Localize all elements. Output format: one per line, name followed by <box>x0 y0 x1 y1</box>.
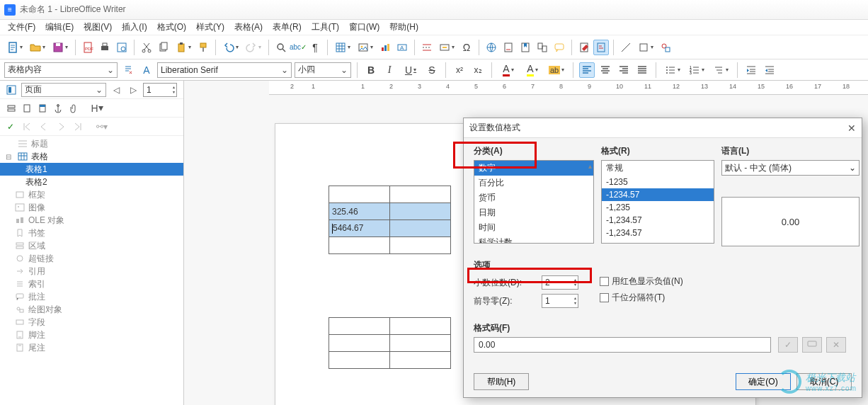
help-button[interactable]: 帮助(H) <box>474 373 529 390</box>
category-item-currency[interactable]: 货币 <box>474 190 593 205</box>
heading-levels-button[interactable]: H▾ <box>88 101 106 115</box>
tree-fields[interactable]: 字段 <box>0 316 183 329</box>
negative-red-checkbox[interactable]: 用红色显示负值(N) <box>600 275 683 287</box>
menu-file[interactable]: 文件(F) <box>3 20 40 35</box>
tree-endnotes[interactable]: 尾注 <box>0 341 183 354</box>
superscript-button[interactable]: x² <box>452 62 467 78</box>
anchor-icon[interactable] <box>51 101 65 115</box>
redo-button[interactable] <box>243 40 264 55</box>
document-table[interactable]: 325.46 5464.67 <box>329 186 451 369</box>
nav-next-icon[interactable]: ▷ <box>126 83 140 97</box>
format-item-1[interactable]: -1235 <box>602 176 714 188</box>
number-list-button[interactable]: 123 <box>686 62 707 78</box>
menu-format[interactable]: 格式(O) <box>152 20 191 35</box>
undo-button[interactable] <box>220 40 241 55</box>
insert-textbox-button[interactable]: A <box>394 40 410 55</box>
print-button[interactable] <box>97 40 113 55</box>
save-button[interactable] <box>50 40 71 55</box>
insert-table-button[interactable] <box>332 40 353 55</box>
align-right-button[interactable] <box>616 62 632 78</box>
align-center-button[interactable] <box>598 62 613 78</box>
tree-comments[interactable]: 批注 <box>0 290 183 303</box>
spellcheck-button[interactable]: abc✓ <box>290 40 306 55</box>
tree-drawings[interactable]: 绘图对象 <box>0 303 183 316</box>
format-delete-button[interactable]: ✕ <box>826 337 846 353</box>
tree-sections[interactable]: 区域 <box>0 239 183 252</box>
format-item-2[interactable]: -1234.57 <box>602 188 714 201</box>
header-icon[interactable] <box>35 101 50 115</box>
decrease-indent-button[interactable] <box>762 62 777 78</box>
underline-button[interactable]: U <box>400 62 421 78</box>
tree-indexes[interactable]: 索引 <box>0 278 183 290</box>
scroll-up-icon[interactable]: ▴ <box>588 162 592 170</box>
tree-ole[interactable]: OLE 对象 <box>0 214 183 227</box>
nav-toggle-icon[interactable] <box>4 83 18 97</box>
tree-frames[interactable]: 框架 <box>0 188 183 201</box>
insert-comment-button[interactable] <box>552 40 567 55</box>
category-item-date[interactable]: 日期 <box>474 205 593 220</box>
insert-chart-button[interactable] <box>377 40 393 55</box>
paragraph-style-combo[interactable]: 表格内容 <box>4 62 118 78</box>
update-style-button[interactable] <box>120 62 136 78</box>
format-item-4[interactable]: -1,234.57 <box>602 214 714 227</box>
dialog-close-button[interactable]: ✕ <box>847 122 856 134</box>
tree-tables[interactable]: ⊟表格 <box>0 150 183 163</box>
insert-hyperlink-button[interactable] <box>484 40 499 55</box>
format-item-3[interactable]: -1,235 <box>602 201 714 214</box>
insert-footnote-button[interactable] <box>501 40 516 55</box>
content-view-icon[interactable] <box>4 101 18 115</box>
nav-fwd-icon[interactable] <box>54 120 68 134</box>
set-reminder-icon[interactable] <box>20 101 34 115</box>
menu-form[interactable]: 表单(R) <box>268 20 307 35</box>
page-number-spin[interactable]: 1 <box>143 83 177 97</box>
tree-refs[interactable]: 引用 <box>0 265 183 278</box>
insert-special-char-button[interactable]: Ω <box>459 40 474 55</box>
menu-view[interactable]: 视图(V) <box>79 20 117 35</box>
menu-edit[interactable]: 编辑(E) <box>40 20 79 35</box>
tree-bookmarks[interactable]: 书签 <box>0 227 183 239</box>
category-item-percent[interactable]: 百分比 <box>474 176 593 190</box>
align-left-button[interactable] <box>579 62 595 78</box>
formatting-marks-button[interactable]: ¶ <box>307 40 323 55</box>
leading-zeros-spin[interactable]: 1 <box>542 294 578 308</box>
attach-icon[interactable] <box>67 101 81 115</box>
format-code-input[interactable]: 0.00 <box>474 337 771 353</box>
copy-button[interactable] <box>156 40 171 55</box>
bold-button[interactable]: B <box>363 62 379 78</box>
format-item-5[interactable]: -1,234.57 <box>602 227 714 239</box>
menu-tools[interactable]: 工具(T) <box>307 20 344 35</box>
new-style-button[interactable]: A <box>139 62 154 78</box>
open-button[interactable] <box>27 40 48 55</box>
nav-last-icon[interactable] <box>71 120 85 134</box>
export-pdf-button[interactable]: PDF <box>80 40 96 55</box>
menu-insert[interactable]: 插入(I) <box>117 20 152 35</box>
category-item-time[interactable]: 时间 <box>474 220 593 235</box>
clone-format-button[interactable] <box>195 40 211 55</box>
nav-first-icon[interactable] <box>20 120 34 134</box>
thousands-sep-checkbox[interactable]: 千位分隔符(T) <box>600 292 683 304</box>
menu-window[interactable]: 窗口(W) <box>344 20 384 35</box>
line-tool-button[interactable] <box>618 40 634 55</box>
font-color-button[interactable]: A <box>498 62 519 78</box>
language-combo[interactable]: 默认 - 中文 (简体) <box>721 160 860 176</box>
cell-a2[interactable]: 325.46 <box>329 203 390 220</box>
format-item-0[interactable]: 常规 <box>602 161 714 176</box>
navigator-tree[interactable]: 标题 ⊟表格 表格1 表格2 框架 图像 OLE 对象 书签 区域 超链接 引用… <box>0 136 183 405</box>
strikethrough-button[interactable]: S <box>424 62 440 78</box>
tree-hyperlinks[interactable]: 超链接 <box>0 252 183 265</box>
bullet-list-button[interactable] <box>662 62 683 78</box>
insert-cross-ref-button[interactable] <box>535 40 550 55</box>
cell-a3[interactable]: 5464.67 <box>329 220 390 237</box>
nav-prev-icon[interactable]: ◁ <box>109 83 123 97</box>
nav-back-icon[interactable] <box>37 120 51 134</box>
tree-headings[interactable]: 标题 <box>0 137 183 150</box>
decimal-places-spin[interactable]: 2 <box>542 275 578 290</box>
check-icon[interactable]: ✓ <box>4 120 17 133</box>
category-item-number[interactable]: 数字 <box>474 161 593 176</box>
paste-button[interactable] <box>173 40 194 55</box>
highlight-color-button[interactable]: A <box>522 62 543 78</box>
insert-field-button[interactable] <box>436 40 457 55</box>
menu-styles[interactable]: 样式(Y) <box>191 20 229 35</box>
track-changes-button[interactable] <box>576 40 592 55</box>
insert-bookmark-button[interactable] <box>518 40 533 55</box>
